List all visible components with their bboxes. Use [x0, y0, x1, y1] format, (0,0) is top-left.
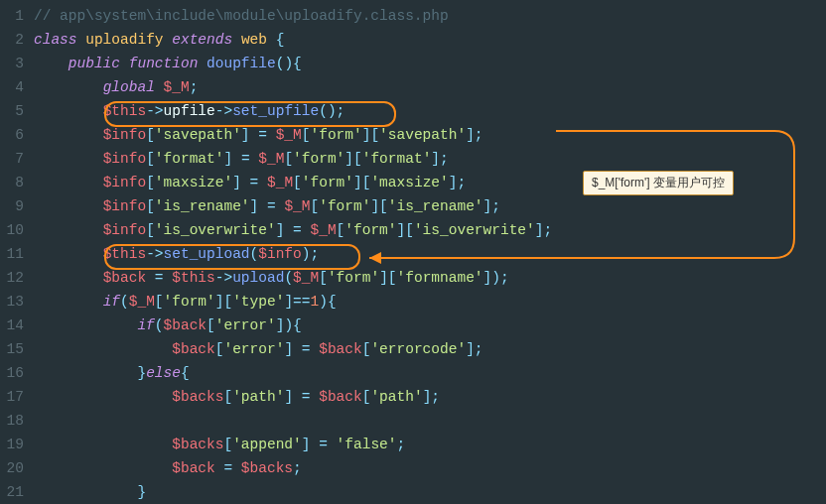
code-line: $back = $this->upload($_M['form']['formn…: [34, 266, 552, 290]
code-editor: 123456789101112131415161718192021 // app…: [0, 0, 826, 504]
code-line: }else{: [34, 361, 552, 385]
line-number: 4: [0, 75, 28, 99]
code-line: class uploadify extends web {: [34, 28, 552, 52]
code-line: $backs['append'] = 'false';: [34, 433, 552, 456]
line-number: 3: [0, 52, 28, 75]
code-line: if($_M['form']['type']==1){: [34, 290, 552, 314]
code-line: $info['is_rename'] = $_M['form']['is_ren…: [34, 194, 552, 218]
code-line: global $_M;: [34, 75, 552, 99]
line-number: 16: [0, 361, 28, 385]
line-number: 20: [0, 456, 28, 480]
line-number: 18: [0, 409, 28, 433]
code-line: public function doupfile(){: [34, 52, 552, 75]
line-number: 10: [0, 218, 28, 242]
line-number: 14: [0, 314, 28, 337]
line-number: 17: [0, 385, 28, 409]
line-number: 7: [0, 147, 28, 171]
line-number: 15: [0, 337, 28, 361]
code-line: // app\system\include\module\uploadify.c…: [34, 4, 552, 28]
code-line: if($back['error']){: [34, 314, 552, 337]
line-number: 9: [0, 194, 28, 218]
line-number-gutter: 123456789101112131415161718192021: [0, 0, 28, 504]
code-line: [34, 409, 552, 433]
line-number: 5: [0, 99, 28, 123]
code-line: $back = $backs;: [34, 456, 552, 480]
code-line: $info['format'] = $_M['form']['format'];: [34, 147, 552, 171]
code-line: $back['error'] = $back['errorcode'];: [34, 337, 552, 361]
line-number: 12: [0, 266, 28, 290]
code-line: $backs['path'] = $back['path'];: [34, 385, 552, 409]
line-number: 11: [0, 242, 28, 266]
code-line: $this->upfile->set_upfile();: [34, 99, 552, 123]
code-line: $this->set_upload($info);: [34, 242, 552, 266]
code-line: }: [34, 480, 552, 504]
code-line: $info['is_overwrite'] = $_M['form']['is_…: [34, 218, 552, 242]
code-area: // app\system\include\module\uploadify.c…: [28, 0, 552, 504]
line-number: 19: [0, 433, 28, 456]
code-line: $info['savepath'] = $_M['form']['savepat…: [34, 123, 552, 147]
code-line: $info['maxsize'] = $_M['form']['maxsize'…: [34, 171, 552, 194]
line-number: 2: [0, 28, 28, 52]
line-number: 8: [0, 171, 28, 194]
line-number: 6: [0, 123, 28, 147]
line-number: 21: [0, 480, 28, 504]
line-number: 13: [0, 290, 28, 314]
line-number: 1: [0, 4, 28, 28]
